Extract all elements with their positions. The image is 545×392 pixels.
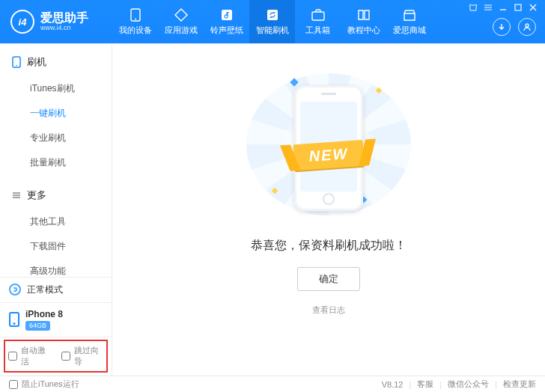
nav-toolbox[interactable]: 工具箱 (295, 0, 341, 43)
sidebar-item-batch-flash[interactable]: 批量刷机 (0, 150, 112, 175)
device-name: iPhone 8 (25, 309, 63, 319)
checkbox-label: 跳过向导 (74, 345, 104, 367)
svg-rect-3 (267, 10, 278, 20)
nav-label: 工具箱 (305, 25, 330, 36)
brand-name-cn: 爱思助手 (40, 11, 88, 25)
sidebar-item-advanced[interactable]: 高级功能 (0, 259, 112, 277)
checkbox-label: 阻止iTunes运行 (22, 379, 79, 390)
sidebar-item-pro-flash[interactable]: 专业刷机 (0, 126, 112, 150)
checkbox-auto-activate[interactable]: 自动激活 (8, 345, 51, 367)
sidebar-group-header[interactable]: 刷机 (0, 52, 112, 72)
separator: | (495, 380, 497, 389)
ok-button[interactable]: 确定 (297, 267, 360, 291)
downloads-button[interactable] (493, 18, 511, 36)
sidebar-group-title: 刷机 (27, 55, 46, 69)
separator: | (409, 380, 411, 389)
nav-devices[interactable]: 我的设备 (112, 0, 158, 43)
window-controls-group (469, 0, 545, 43)
phone-icon (128, 8, 143, 22)
svg-rect-5 (515, 4, 521, 10)
nav-tutorial[interactable]: 教程中心 (341, 0, 386, 43)
book-icon (356, 8, 371, 22)
sidebar-item-itunes-flash[interactable]: iTunes刷机 (0, 76, 112, 101)
nav-ringtone[interactable]: 铃声壁纸 (204, 0, 249, 43)
refresh-icon (265, 8, 280, 22)
checkbox-input[interactable] (8, 352, 17, 361)
sidebar-group-header[interactable]: 更多 (0, 186, 112, 205)
skin-button[interactable] (469, 3, 478, 12)
new-ribbon: NEW (293, 140, 365, 171)
logo-icon: i4 (10, 10, 34, 34)
navbar: 我的设备 应用游戏 铃声壁纸 智能刷机 工具箱 (112, 0, 469, 43)
nav-label: 我的设备 (119, 25, 152, 36)
checkbox-label: 自动激活 (21, 345, 51, 367)
minimize-button[interactable] (499, 3, 508, 12)
sidebar-item-oneclick-flash[interactable]: 一键刷机 (0, 101, 112, 126)
view-log-link[interactable]: 查看日志 (312, 304, 345, 316)
account-button[interactable] (518, 18, 536, 36)
apps-icon (174, 8, 189, 22)
refresh-icon (9, 284, 21, 295)
nav-label: 爱思商城 (393, 25, 426, 36)
version-label: V8.12 (382, 380, 404, 389)
device-mode[interactable]: 正常模式 (0, 277, 112, 302)
sidebar: 刷机 iTunes刷机 一键刷机 专业刷机 批量刷机 更多 其他工具 (0, 43, 112, 376)
briefcase-icon (311, 8, 326, 22)
store-icon (402, 8, 417, 22)
header: i4 爱思助手 www.i4.cn 我的设备 应用游戏 铃声壁纸 (0, 0, 545, 43)
nav-store[interactable]: 爱思商城 (386, 0, 432, 43)
svg-point-6 (526, 24, 529, 27)
menu-button[interactable] (484, 3, 493, 12)
sidebar-group-title: 更多 (27, 189, 46, 202)
device-mode-label: 正常模式 (27, 284, 63, 296)
flash-options-highlighted: 自动激活 跳过向导 (0, 337, 112, 376)
sidebar-item-other-tools[interactable]: 其他工具 (0, 209, 112, 234)
nav-label: 教程中心 (347, 25, 380, 36)
logo-text: 爱思助手 www.i4.cn (40, 11, 88, 31)
phone-icon (12, 56, 21, 68)
main-content: NEW 恭喜您，保资料刷机成功啦！ 确定 查看日志 (112, 43, 545, 376)
phone-icon (9, 312, 19, 327)
check-update-link[interactable]: 检查更新 (503, 379, 536, 390)
brand-url: www.i4.cn (40, 25, 88, 32)
logo[interactable]: i4 爱思助手 www.i4.cn (0, 0, 112, 43)
success-message: 恭喜您，保资料刷机成功啦！ (251, 238, 407, 254)
nav-label: 铃声壁纸 (210, 25, 243, 36)
menu-icon (12, 191, 21, 200)
sidebar-item-download-firmware[interactable]: 下载固件 (0, 234, 112, 259)
nav-label: 应用游戏 (165, 25, 198, 36)
svg-point-8 (16, 65, 17, 67)
nav-label: 智能刷机 (256, 25, 289, 36)
svg-rect-4 (312, 12, 324, 20)
sidebar-group-more: 更多 其他工具 下载固件 高级功能 (0, 177, 112, 277)
checkbox-input[interactable] (9, 380, 18, 389)
checkbox-input[interactable] (61, 352, 70, 361)
maximize-button[interactable] (514, 3, 523, 12)
svg-point-1 (135, 18, 136, 19)
connected-device[interactable]: iPhone 8 64GB (0, 302, 112, 337)
wechat-link[interactable]: 微信公众号 (448, 379, 489, 390)
checkbox-block-itunes[interactable]: 阻止iTunes运行 (9, 379, 79, 390)
separator: | (439, 380, 442, 389)
status-bar: 阻止iTunes运行 V8.12 | 客服 | 微信公众号 | 检查更新 (0, 376, 545, 392)
success-illustration: NEW (246, 73, 411, 215)
nav-flash[interactable]: 智能刷机 (249, 0, 295, 43)
support-link[interactable]: 客服 (417, 379, 433, 390)
device-info: iPhone 8 64GB (25, 309, 63, 331)
sidebar-group-flash: 刷机 iTunes刷机 一键刷机 专业刷机 批量刷机 (0, 43, 112, 177)
note-icon (219, 8, 234, 22)
nav-apps[interactable]: 应用游戏 (158, 0, 204, 43)
checkbox-skip-wizard[interactable]: 跳过向导 (61, 345, 104, 367)
device-capacity-badge: 64GB (25, 321, 50, 331)
close-button[interactable] (529, 3, 538, 12)
body: 刷机 iTunes刷机 一键刷机 专业刷机 批量刷机 更多 其他工具 (0, 43, 545, 376)
